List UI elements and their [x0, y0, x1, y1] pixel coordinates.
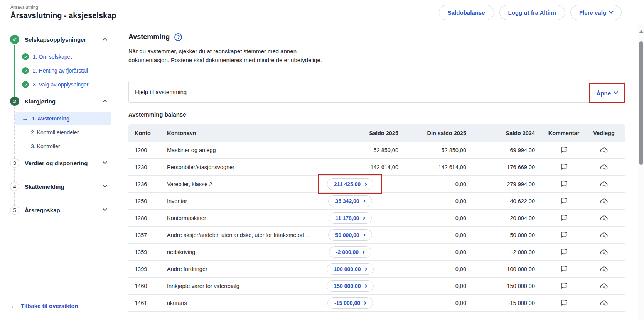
cell-din-saldo-2025[interactable]: 0,00 — [406, 244, 471, 260]
cell-saldo-2024: 69 994,00 — [471, 147, 545, 153]
cloud-upload-icon[interactable] — [599, 247, 609, 257]
comment-add-icon[interactable] — [559, 145, 569, 155]
sidebar-item-avstemming[interactable]: → 1. Avstemming — [15, 112, 111, 125]
table-row: 1461 ukurans -15 000,00 0,00 -15 000,00 — [128, 295, 625, 312]
cell-din-saldo-2025[interactable]: 0,00 — [406, 278, 471, 294]
scrollbar-thumb[interactable] — [639, 41, 643, 165]
annotation-red-box: 211 425,00 — [318, 174, 382, 194]
saldo-detail-link[interactable]: -2 000,00 — [329, 246, 371, 258]
pill-wrapper: -15 000,00 — [327, 297, 373, 309]
page-title: Årsavslutning - aksjeselskap — [10, 11, 116, 20]
section-header-klargjoring[interactable]: 2 Klargjøring — [0, 96, 116, 106]
scroll-up-arrow-icon[interactable] — [639, 30, 643, 33]
chevron-down-icon — [614, 90, 618, 94]
cell-din-saldo-2025[interactable]: 0,00 — [406, 210, 471, 226]
cell-konto: 1461 — [128, 300, 166, 306]
chevron-down-icon — [103, 160, 107, 164]
cell-din-saldo-2025[interactable]: 0,00 — [406, 261, 471, 277]
chevron-right-icon — [363, 301, 366, 304]
comment-add-icon[interactable] — [559, 230, 569, 240]
cloud-upload-icon[interactable] — [599, 196, 609, 206]
cell-saldo-2024: -15 000,00 — [471, 300, 545, 306]
sidebar-item-henting-av-fjorarstall[interactable]: 2. Henting av fjorårstall — [0, 64, 116, 78]
flere-valg-button[interactable]: Flere valg — [570, 5, 622, 20]
scrollbar[interactable] — [638, 25, 644, 320]
reconciliation-table: Konto Kontonavn Saldo 2025 Din saldo 202… — [128, 124, 625, 312]
sidebar: Selskapsopplysninger 1. Om selskapet 2. … — [0, 25, 116, 320]
cloud-upload-icon[interactable] — [599, 162, 609, 172]
cell-saldo-2025: 35 342,00 — [310, 195, 406, 207]
arrow-left-icon: ← — [10, 303, 16, 309]
comment-add-icon[interactable] — [559, 281, 569, 291]
column-header-kommentar: Kommentar — [545, 130, 583, 136]
cell-saldo-2024: 176 669,00 — [471, 164, 545, 170]
cell-kontonavn: Andre aksjer/andeler, utenlandske, utenf… — [166, 232, 310, 238]
table-header-row: Konto Kontonavn Saldo 2025 Din saldo 202… — [128, 124, 625, 142]
saldo-detail-link[interactable]: 11 178,00 — [329, 212, 372, 224]
comment-add-icon[interactable] — [559, 179, 569, 189]
sidebar-item-kontroll-eiendeler[interactable]: 2. Kontroll eiendeler — [0, 125, 116, 139]
cloud-upload-icon[interactable] — [599, 145, 609, 155]
comment-add-icon[interactable] — [559, 196, 569, 206]
cell-din-saldo-2025[interactable]: 0,00 — [406, 176, 471, 192]
logout-altinn-button[interactable]: Logg ut fra Altinn — [499, 5, 565, 20]
cell-saldo-2025: 52 850,00 — [310, 147, 406, 153]
section-header-arsregnskap[interactable]: 5 Årsregnskap — [0, 205, 116, 215]
column-header-saldo-2025: Saldo 2025 — [310, 130, 406, 136]
cell-konto: 1250 — [128, 198, 166, 204]
saldo-detail-link[interactable]: -15 000,00 — [327, 297, 373, 309]
saldo-detail-link[interactable]: 211 425,00 — [327, 178, 373, 190]
cloud-upload-icon[interactable] — [599, 230, 609, 240]
cloud-upload-icon[interactable] — [599, 264, 609, 274]
cell-din-saldo-2025[interactable]: 52 850,00 — [406, 142, 471, 158]
chevron-right-icon — [364, 267, 367, 270]
cell-din-saldo-2025[interactable]: 142 614,00 — [406, 159, 471, 175]
saldo-detail-link[interactable]: 150 000,00 — [327, 280, 373, 292]
cell-kontonavn: Andre fordringer — [166, 266, 310, 272]
cell-din-saldo-2025[interactable]: 0,00 — [406, 295, 471, 311]
sidebar-section-skattemelding: 4 Skattemelding — [0, 181, 116, 191]
comment-add-icon[interactable] — [559, 213, 569, 223]
comment-add-icon[interactable] — [559, 298, 569, 308]
step-number-badge: 5 — [10, 205, 19, 215]
cell-konto: 1460 — [128, 283, 166, 289]
table-body: 1200 Maskiner og anlegg 52 850,00 52 850… — [128, 142, 625, 312]
pill-wrapper: 11 178,00 — [329, 212, 372, 224]
open-help-button[interactable]: Åpne — [589, 83, 625, 103]
saldo-detail-link[interactable]: 100 000,00 — [327, 263, 373, 275]
table-row: 1250 Inventar 35 342,00 0,00 40 622,00 — [128, 193, 625, 210]
cell-kontonavn: Personbiler/stasjonsvogner — [166, 164, 310, 170]
sidebar-item-om-selskapet[interactable]: 1. Om selskapet — [0, 50, 116, 64]
cloud-upload-icon[interactable] — [599, 213, 609, 223]
cloud-upload-icon[interactable] — [599, 179, 609, 189]
section-header-verdier-og-disponering[interactable]: 3 Verdier og disponering — [0, 158, 116, 168]
chevron-right-icon — [364, 182, 367, 185]
cell-kontonavn: nedskriving — [166, 249, 310, 255]
comment-add-icon[interactable] — [559, 264, 569, 274]
cloud-upload-icon[interactable] — [599, 281, 609, 291]
cell-konto: 1200 — [128, 147, 166, 153]
cell-konto: 1359 — [128, 249, 166, 255]
cell-din-saldo-2025[interactable]: 0,00 — [406, 227, 471, 243]
saldobalanse-button[interactable]: Saldobalanse — [439, 5, 494, 20]
cloud-upload-icon[interactable] — [599, 298, 609, 308]
comment-add-icon[interactable] — [559, 162, 569, 172]
cell-din-saldo-2025[interactable]: 0,00 — [406, 193, 471, 209]
help-icon[interactable]: ? — [174, 33, 182, 41]
section-header-skattemelding[interactable]: 4 Skattemelding — [0, 181, 116, 191]
saldo-detail-link[interactable]: 35 342,00 — [328, 195, 372, 207]
table-row: 1200 Maskiner og anlegg 52 850,00 52 850… — [128, 142, 625, 159]
help-panel: Hjelp til avstemming Åpne — [128, 81, 625, 103]
chevron-up-icon — [103, 100, 107, 104]
sidebar-item-kontroller[interactable]: 3. Kontroller — [0, 139, 116, 153]
app-header: Årsavslutning Årsavslutning - aksjeselsk… — [0, 0, 644, 25]
comment-add-icon[interactable] — [559, 247, 569, 257]
chevron-down-icon — [609, 9, 613, 14]
saldo-detail-link[interactable]: 50 000,00 — [328, 229, 372, 241]
back-to-overview-link[interactable]: ← Tilbake til oversikten — [10, 303, 78, 309]
cell-saldo-2025: 142 614,00 — [310, 164, 406, 170]
header-actions: Saldobalanse Logg ut fra Altinn Flere va… — [439, 5, 622, 20]
cell-konto: 1357 — [128, 232, 166, 238]
sidebar-item-valg-av-opplysninger[interactable]: 3. Valg av opplysninger — [0, 78, 116, 91]
section-header-selskapsopplysninger[interactable]: Selskapsopplysninger — [0, 34, 116, 44]
